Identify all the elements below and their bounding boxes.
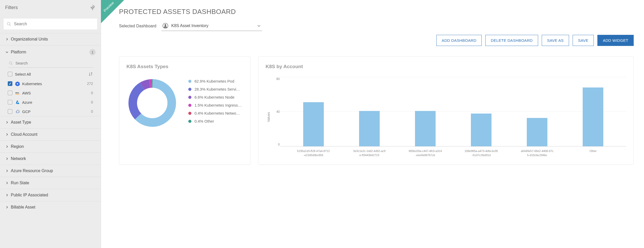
bar[interactable] (471, 114, 492, 146)
filter-group-public-ip[interactable]: Public IP Associated (0, 189, 101, 201)
filter-group-label: Platform (11, 50, 26, 54)
legend-dot-icon (188, 80, 191, 83)
filter-count-badge: 1 (89, 49, 96, 55)
filter-group-label: Billable Asset (11, 205, 35, 210)
svg-point-0 (7, 22, 10, 25)
widget-asset-types: K8S Assets Types 62.9% Kubernetes Pod28.… (119, 56, 250, 165)
dashboard-name: K8S Asset Inventory (171, 23, 257, 28)
svg-point-10 (18, 110, 18, 111)
legend-item[interactable]: 6.6% Kubernetes Node (188, 95, 243, 99)
chevron-down-icon (5, 50, 9, 54)
legend-label: 62.9% Kubernetes Pod (194, 79, 234, 83)
gcp-icon (15, 109, 20, 114)
legend-item[interactable]: 28.3% Kubernetes Servi… (188, 87, 243, 91)
widget-title: K8S Assets Types (126, 64, 243, 69)
legend-label: 6.6% Kubernetes Node (194, 95, 234, 99)
platform-item-kubernetes[interactable]: Kubernetes 272 (0, 79, 101, 88)
chevron-right-icon (5, 169, 9, 173)
legend-item[interactable]: 62.9% Kubernetes Pod (188, 79, 243, 83)
filter-group-cloud-account[interactable]: Cloud Account (0, 129, 101, 140)
save-button[interactable]: SAVE (573, 35, 594, 46)
filter-group-network[interactable]: Network (0, 153, 101, 165)
y-axis-label: Values (266, 77, 272, 157)
svg-marker-7 (16, 100, 18, 104)
main-content: Preview PROTECTED ASSETS DASHBOARD Selec… (101, 0, 644, 248)
platform-label: Kubernetes (22, 82, 42, 86)
chevron-right-icon (5, 205, 9, 209)
dashboard-select[interactable]: K8S Asset Inventory (162, 21, 262, 31)
platform-item-aws[interactable]: aws AWS 0 (0, 88, 101, 98)
legend-item[interactable]: 0.4% Kubernetes Netwo… (188, 111, 243, 115)
bar[interactable] (527, 118, 547, 147)
checkbox[interactable] (8, 91, 12, 95)
platform-count: 0 (91, 91, 93, 95)
x-axis-label: 108e985a-a473-4dfa-bc05-51d7c1fbd91d (464, 149, 498, 157)
checkbox[interactable] (8, 100, 12, 105)
aws-icon: aws (15, 90, 20, 95)
legend-dot-icon (188, 104, 191, 107)
global-search-input[interactable] (4, 19, 97, 29)
sort-icon[interactable] (88, 72, 93, 76)
bar[interactable] (359, 111, 380, 146)
filter-group-azure-rg[interactable]: Azure Resource Group (0, 165, 101, 177)
filter-group-platform[interactable]: Platform 1 (0, 45, 101, 59)
person-icon (163, 23, 168, 29)
delete-dashboard-button[interactable]: DELETE DASHBOARD (485, 35, 538, 46)
add-dashboard-button[interactable]: ADD DASHBOARD (436, 35, 482, 46)
filter-group-run-state[interactable]: Run State (0, 177, 101, 189)
bar[interactable] (583, 87, 603, 146)
platform-count: 0 (91, 109, 93, 114)
selected-dashboard-label: Selected Dashboard (119, 24, 156, 28)
legend-label: 0.4% Other (194, 119, 214, 123)
svg-point-2 (9, 62, 12, 64)
legend-item[interactable]: 1.5% Kubernetes Ingress… (188, 103, 243, 107)
bar-chart-area: 80400 (280, 77, 626, 147)
filter-group-org-units[interactable]: Organizational Units (0, 33, 101, 45)
chevron-right-icon (5, 193, 9, 197)
filter-group-region[interactable]: Region (0, 141, 101, 153)
page-title: PROTECTED ASSETS DASHBOARD (119, 8, 634, 16)
svg-text:aws: aws (15, 92, 19, 94)
filter-group-label: Organizational Units (11, 37, 48, 42)
filter-group-label: Cloud Account (11, 132, 37, 137)
save-as-button[interactable]: SAVE AS (542, 35, 569, 46)
filters-title: Filters (5, 5, 18, 10)
search-icon (9, 61, 13, 65)
chevron-right-icon (5, 133, 9, 136)
legend-item[interactable]: 0.4% Other (188, 119, 243, 123)
checkbox[interactable] (8, 109, 12, 114)
platform-item-azure[interactable]: Azure 0 (0, 98, 101, 107)
legend-label: 0.4% Kubernetes Netwo… (194, 111, 240, 115)
chevron-right-icon (5, 37, 9, 41)
select-all-checkbox[interactable] (8, 72, 12, 76)
checkbox[interactable] (8, 81, 12, 86)
svg-point-5 (17, 83, 18, 84)
filter-group-asset-type[interactable]: Asset Type (0, 116, 101, 128)
filter-group-label: Run State (11, 181, 29, 185)
filter-group-label: Public IP Associated (11, 193, 48, 197)
svg-point-13 (165, 24, 166, 26)
svg-point-9 (16, 111, 17, 112)
filter-group-label: Network (11, 156, 26, 161)
platform-item-gcp[interactable]: GCP 0 (0, 107, 101, 116)
filter-group-label: Region (11, 144, 24, 149)
svg-line-1 (10, 25, 11, 26)
x-axis-label: a6449e57-68e2-4408-97c5-d10cfac284bc (520, 149, 554, 157)
widget-title: K8S by Account (266, 64, 626, 69)
donut-legend: 62.9% Kubernetes Pod28.3% Kubernetes Ser… (188, 79, 243, 127)
add-widget-button[interactable]: ADD WIDGET (597, 35, 634, 46)
bar[interactable] (303, 102, 324, 146)
filter-group-label: Asset Type (11, 120, 31, 125)
x-axis-label: Other (576, 149, 610, 157)
svg-line-3 (11, 64, 12, 65)
platform-count: 272 (87, 82, 93, 86)
filter-group-billable-asset[interactable]: Billable Asset (0, 201, 101, 213)
platform-count: 0 (91, 100, 93, 104)
legend-dot-icon (188, 112, 191, 115)
bar[interactable] (415, 111, 436, 146)
x-axis-label: 5195a1d3-f53f-47a4-8712-e23d5d0bc856 (297, 149, 330, 157)
platform-search-input[interactable] (8, 59, 93, 67)
pin-icon[interactable] (90, 5, 96, 10)
azure-icon (15, 100, 20, 105)
filter-group-label: Azure Resource Group (11, 169, 53, 173)
